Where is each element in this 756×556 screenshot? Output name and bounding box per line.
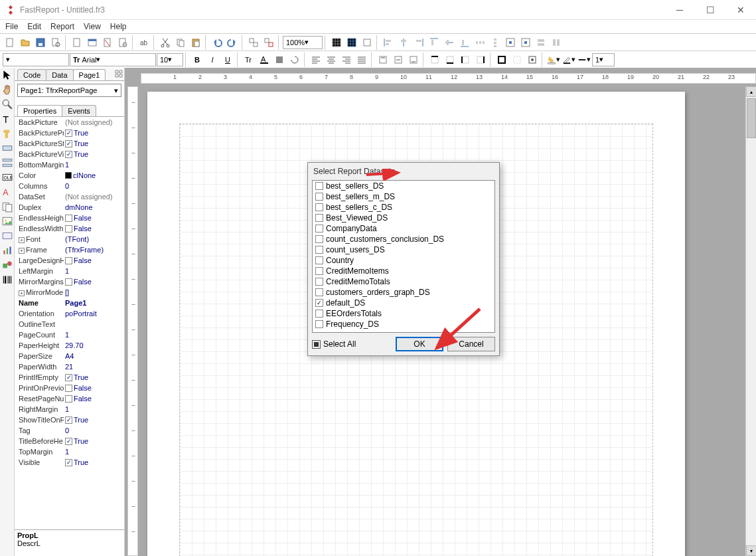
dataset-item[interactable]: CreditMemoTotals (313, 276, 494, 287)
dataset-item[interactable]: best_sellers_DS (313, 181, 494, 191)
frame-color-button[interactable]: ▾ (562, 52, 576, 67)
property-row[interactable]: Duplex dmNone (15, 202, 124, 213)
page-settings-button[interactable] (115, 35, 130, 50)
align-middle-button[interactable] (442, 35, 457, 50)
new-page-button[interactable] (70, 35, 84, 50)
align-center-h-button[interactable] (396, 35, 411, 50)
frame-edit-button[interactable] (525, 52, 540, 67)
valign-bottom-button[interactable] (406, 52, 421, 67)
property-row[interactable]: Visible✓ True (15, 457, 124, 468)
open-button[interactable] (18, 35, 33, 50)
dataset-item[interactable]: Best_Viewed_DS (313, 213, 494, 223)
dataset-item[interactable]: CompanyData (313, 223, 494, 234)
select-all-checkbox[interactable]: Select All (312, 339, 356, 349)
hand-tool[interactable] (1, 84, 13, 96)
align-grid-button[interactable] (344, 35, 359, 50)
frame-bottom-button[interactable] (443, 52, 457, 67)
frame-left-button[interactable] (458, 52, 473, 67)
style-combo[interactable]: ▾ (3, 53, 69, 66)
frame-width-combo[interactable]: 1 ▾ (592, 53, 615, 66)
frame-right-button[interactable] (473, 52, 488, 67)
band-tool[interactable] (1, 142, 13, 154)
property-row[interactable]: DataSet (Not assigned) (15, 191, 124, 202)
same-width-button[interactable] (534, 35, 548, 50)
ole-tool[interactable]: OLE (1, 171, 13, 183)
valign-top-button[interactable] (376, 52, 390, 67)
tab-properties[interactable]: Properties (17, 105, 62, 116)
property-grid[interactable]: BackPicture (Not assigned)BackPicturePri… (15, 117, 124, 529)
dataset-item[interactable]: count_users_DS (313, 244, 494, 255)
align-top-button[interactable] (427, 35, 441, 50)
barcode-tool[interactable] (1, 274, 13, 286)
variables-button[interactable]: ab (137, 35, 151, 50)
dataset-item[interactable]: Frequency_DS (313, 319, 494, 329)
property-row[interactable]: Tag 0 (15, 425, 124, 436)
dataset-item[interactable]: customers_orders_graph_DS (313, 287, 494, 298)
property-row[interactable]: PaperSize A4 (15, 351, 124, 361)
insert-band-tool[interactable] (1, 157, 13, 169)
tab-page1[interactable]: Page1 (73, 69, 106, 80)
preview-button[interactable] (48, 35, 63, 50)
tab-code[interactable]: Code (17, 69, 46, 80)
datasets-list[interactable]: best_sellers_DSbest_sellers_m_DSbest_sel… (312, 180, 495, 333)
frame-style-button[interactable]: ▾ (577, 52, 591, 67)
property-row[interactable]: BackPictureSt✓ True (15, 138, 124, 149)
property-row[interactable]: Color clNone (15, 170, 124, 181)
sysmemo-tool[interactable] (1, 230, 13, 242)
copy-button[interactable] (173, 35, 188, 50)
new-dialog-button[interactable] (85, 35, 100, 50)
property-row[interactable]: LargeDesignH False (15, 255, 124, 266)
zoom-tool[interactable] (1, 98, 13, 110)
ungroup-button[interactable] (262, 35, 276, 50)
minimize-button[interactable]: ─ (664, 0, 695, 20)
menu-report[interactable]: Report (50, 22, 74, 31)
property-row[interactable]: BackPicture (Not assigned) (15, 117, 124, 128)
tab-data[interactable]: Data (46, 69, 73, 80)
property-row[interactable]: TopMargin 1 (15, 446, 124, 457)
align-bottom-button[interactable] (457, 35, 472, 50)
subreport-tool[interactable] (1, 201, 13, 213)
highlight-button[interactable] (272, 52, 287, 67)
ok-button[interactable]: OK (396, 337, 443, 351)
select-tool[interactable] (1, 69, 13, 81)
format-tool[interactable] (1, 128, 13, 139)
property-row[interactable]: Name Page1 (15, 298, 124, 308)
picture-tool[interactable] (1, 215, 13, 227)
same-height-button[interactable] (549, 35, 564, 50)
save-button[interactable] (33, 35, 48, 50)
menu-help[interactable]: Help (110, 22, 127, 31)
redo-button[interactable] (225, 35, 240, 50)
text-align-center-button[interactable] (324, 52, 339, 67)
dataset-item[interactable]: CreditMemoItems (313, 266, 494, 276)
fill-color-button[interactable]: ▾ (546, 52, 561, 67)
frame-none-button[interactable] (510, 52, 524, 67)
center-h-button[interactable] (503, 35, 518, 50)
property-row[interactable]: PaperWidth 21 (15, 361, 124, 372)
paste-button[interactable] (189, 35, 203, 50)
property-row[interactable]: BackPicturePri✓ True (15, 128, 124, 138)
property-row[interactable]: LeftMargin 1 (15, 266, 124, 276)
property-row[interactable]: TitleBeforeHe✓ True (15, 436, 124, 446)
close-button[interactable]: ✕ (725, 0, 756, 20)
scroll-down-button[interactable]: ▾ (746, 545, 756, 556)
menu-edit[interactable]: Edit (27, 22, 41, 31)
cancel-button[interactable]: Cancel (447, 337, 495, 351)
chart-tool[interactable] (1, 244, 13, 256)
property-row[interactable]: +Frame (TfrxFrame) (15, 244, 124, 255)
dataset-item[interactable]: best_sellers_c_DS (313, 202, 494, 213)
zoom-combo[interactable]: 100% ▾ (283, 36, 323, 49)
property-row[interactable]: PrintOnPrevio False (15, 383, 124, 393)
space-v-button[interactable] (488, 35, 502, 50)
menu-view[interactable]: View (84, 22, 101, 31)
tab-events[interactable]: Events (62, 105, 96, 116)
fontsize-combo[interactable]: 10 ▾ (157, 53, 183, 66)
property-row[interactable]: EndlessHeight False (15, 213, 124, 223)
property-row[interactable]: +Font (TFont) (15, 234, 124, 244)
text-align-justify-button[interactable] (354, 52, 369, 67)
maximize-button[interactable]: ☐ (695, 0, 725, 20)
group-button[interactable] (246, 35, 261, 50)
text-align-right-button[interactable] (339, 52, 354, 67)
vertical-scrollbar[interactable]: ▴ ▾ (745, 86, 756, 556)
richtext-tool[interactable]: A (1, 186, 13, 198)
italic-button[interactable]: I (205, 52, 220, 67)
